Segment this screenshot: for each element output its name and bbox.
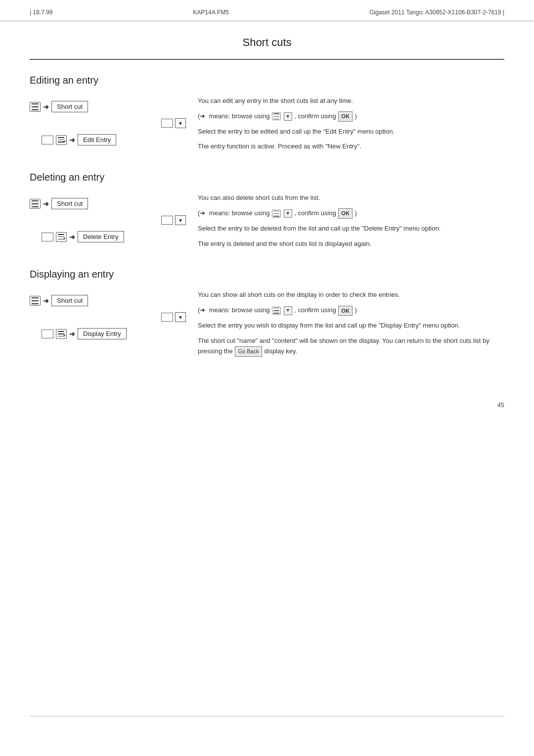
arrow-right-5-icon: ➜ bbox=[43, 297, 49, 305]
section-editing: Editing an entry ➜ Short cut bbox=[30, 75, 504, 152]
small-rect-left-2 bbox=[42, 233, 53, 241]
displaying-hint: (➜ means: browse using ▼ , confirm using… bbox=[198, 305, 504, 316]
go-back-button[interactable]: Go Back bbox=[235, 346, 262, 357]
editing-shortcut-row: ➜ Short cut bbox=[30, 101, 188, 112]
editing-hint: (➜ means: browse using ▼ , confirm using… bbox=[198, 111, 504, 122]
page-container: | 18.7.99 KAP14A.FM5 Gigaset 2011 Tango:… bbox=[0, 0, 534, 756]
small-rect-left-3 bbox=[42, 330, 53, 338]
deleting-shortcut-label-box: Short cut bbox=[51, 198, 88, 209]
arrow-right-4-icon: ➜ bbox=[69, 233, 75, 241]
editing-right-col: You can edit any entry in the short cuts… bbox=[198, 96, 504, 152]
displaying-result-text: The short cut "name" and "content" will … bbox=[198, 336, 504, 357]
page-title-area: Short cuts bbox=[30, 21, 504, 60]
arrow-symbol-3: ➜ bbox=[200, 306, 205, 314]
deleting-left-col: ➜ Short cut ▼ bbox=[30, 193, 188, 249]
down-arrow-symbol-2: ▼ bbox=[178, 218, 183, 223]
deleting-action-label-box: Delete Entry bbox=[78, 231, 124, 242]
down-arrow-btn-2[interactable]: ▼ bbox=[175, 215, 186, 225]
small-rect-left bbox=[42, 136, 53, 144]
displaying-select-text: Select the entry you wish to display fro… bbox=[198, 321, 504, 331]
menu-icon-3 bbox=[30, 296, 41, 306]
browse-icon-2 bbox=[272, 210, 281, 218]
header: | 18.7.99 KAP14A.FM5 Gigaset 2011 Tango:… bbox=[0, 0, 534, 21]
header-date: | 18.7.99 bbox=[30, 9, 53, 16]
ok-btn-inline: OK bbox=[338, 111, 353, 122]
displaying-right-col: You can show all short cuts on the displ… bbox=[198, 290, 504, 357]
editing-intro-text: You can edit any entry in the short cuts… bbox=[198, 96, 504, 106]
deleting-intro-text: You can also delete short cuts from the … bbox=[198, 193, 504, 203]
confirm-rect-3 bbox=[161, 313, 173, 322]
down-btn-inline-3: ▼ bbox=[284, 306, 292, 315]
menu-plus-icon-3: + bbox=[56, 329, 67, 339]
editing-down-arrow-row: ▼ bbox=[30, 118, 188, 128]
down-arrow-symbol: ▼ bbox=[178, 121, 183, 126]
deleting-shortcut-row: ➜ Short cut bbox=[30, 198, 188, 209]
displaying-action-label-box: Display Entry bbox=[78, 328, 127, 339]
section-deleting: Deleting an entry ➜ Short cut ▼ bbox=[30, 172, 504, 249]
displaying-intro-text: You can show all short cuts on the displ… bbox=[198, 290, 504, 300]
displaying-left-col: ➜ Short cut ▼ bbox=[30, 290, 188, 357]
browse-icon bbox=[272, 112, 281, 120]
page-number: 45 bbox=[0, 391, 534, 419]
result-text-2: display key. bbox=[264, 347, 297, 355]
shortcut-label-box: Short cut bbox=[51, 101, 88, 112]
section-deleting-title: Deleting an entry bbox=[30, 172, 504, 183]
page-title: Short cuts bbox=[30, 36, 504, 49]
displaying-action-row: + ➜ Display Entry bbox=[30, 328, 188, 339]
content: Editing an entry ➜ Short cut bbox=[0, 60, 534, 391]
ok-btn-inline-2: OK bbox=[338, 208, 353, 219]
section-deleting-body: ➜ Short cut ▼ bbox=[30, 193, 504, 249]
deleting-down-arrow-row: ▼ bbox=[30, 215, 188, 225]
action-label-box: Edit Entry bbox=[78, 134, 116, 145]
editing-left-col: ➜ Short cut ▼ bbox=[30, 96, 188, 152]
down-btn-inline: ▼ bbox=[284, 112, 292, 121]
displaying-shortcut-label-box: Short cut bbox=[51, 295, 88, 306]
editing-select-text: Select the entry to be edited and call u… bbox=[198, 127, 504, 137]
confirm-rect-2 bbox=[161, 216, 173, 225]
deleting-right-col: You can also delete short cuts from the … bbox=[198, 193, 504, 249]
section-editing-title: Editing an entry bbox=[30, 75, 504, 86]
section-displaying-body: ➜ Short cut ▼ bbox=[30, 290, 504, 357]
arrow-right-6-icon: ➜ bbox=[69, 330, 75, 338]
arrow-symbol-2: ➜ bbox=[200, 209, 205, 217]
arrow-right-3-icon: ➜ bbox=[43, 200, 49, 208]
menu-plus-icon-2: + bbox=[56, 232, 67, 242]
down-arrow-symbol-3: ▼ bbox=[178, 315, 183, 320]
editing-result-text: The entry function is active. Proceed as… bbox=[198, 142, 504, 152]
editing-action-row: + ➜ Edit Entry bbox=[30, 134, 188, 145]
confirm-rect bbox=[161, 119, 173, 128]
down-arrow-btn[interactable]: ▼ bbox=[175, 118, 186, 128]
footer-line bbox=[30, 716, 504, 716]
menu-icon bbox=[30, 102, 41, 112]
deleting-hint: (➜ means: browse using ▼ , confirm using… bbox=[198, 208, 504, 219]
arrow-symbol: ➜ bbox=[200, 112, 205, 120]
arrow-right-2-icon: ➜ bbox=[69, 136, 75, 144]
displaying-shortcut-row: ➜ Short cut bbox=[30, 295, 188, 306]
down-btn-inline-2: ▼ bbox=[284, 209, 292, 218]
header-product: Gigaset 2011 Tango: A30852-X1106-B307-2-… bbox=[369, 9, 504, 16]
deleting-select-text: Select the entry to be deleted from the … bbox=[198, 224, 504, 234]
down-arrow-btn-3[interactable]: ▼ bbox=[175, 312, 186, 322]
deleting-action-row: + ➜ Delete Entry bbox=[30, 231, 188, 242]
displaying-down-arrow-row: ▼ bbox=[30, 312, 188, 322]
arrow-right-icon: ➜ bbox=[43, 103, 49, 111]
section-displaying: Displaying an entry ➜ Short cut bbox=[30, 269, 504, 357]
section-displaying-title: Displaying an entry bbox=[30, 269, 504, 280]
header-filename: KAP14A.FM5 bbox=[193, 9, 229, 16]
browse-icon-3 bbox=[272, 307, 281, 315]
ok-btn-inline-3: OK bbox=[338, 306, 353, 316]
menu-icon-2 bbox=[30, 199, 41, 209]
menu-plus-icon: + bbox=[56, 135, 67, 145]
section-editing-body: ➜ Short cut ▼ bbox=[30, 96, 504, 152]
deleting-result-text: The entry is deleted and the short cuts … bbox=[198, 239, 504, 249]
